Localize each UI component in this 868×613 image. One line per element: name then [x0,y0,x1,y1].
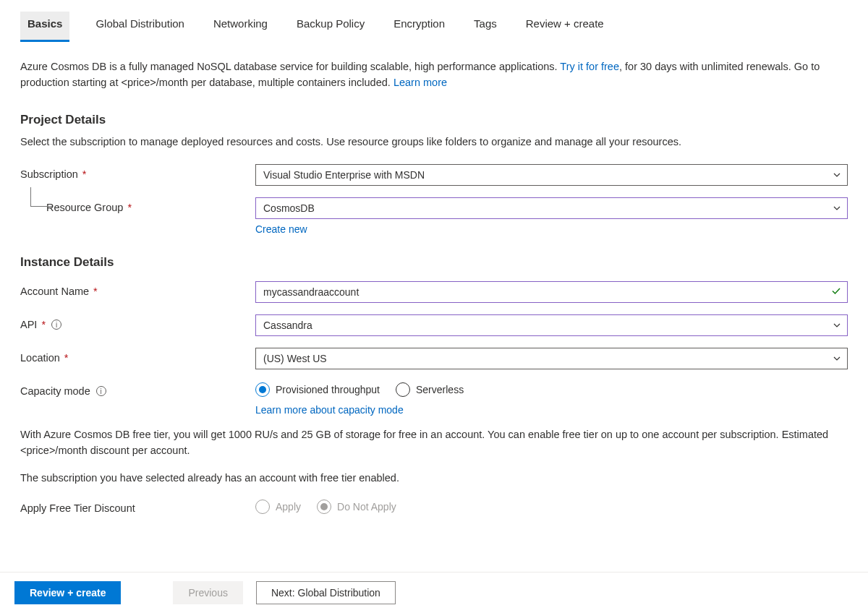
location-value: (US) West US [263,353,327,364]
try-for-free-link[interactable]: Try it for free [560,61,619,72]
learn-more-link[interactable]: Learn more [393,77,447,88]
info-icon[interactable]: i [51,320,61,330]
radio-label: Provisioned throughput [276,384,380,395]
radio-label: Apply [276,501,301,513]
subscription-label-text: Subscription [20,168,78,180]
subscription-select[interactable]: Visual Studio Enterprise with MSDN [255,164,848,186]
resource-group-label: Resource Group * [46,197,255,213]
free-tier-text-1: With Azure Cosmos DB free tier, you will… [20,427,848,459]
capacity-mode-label: Capacity mode i [20,381,255,397]
location-select[interactable]: (US) West US [255,348,848,369]
account-name-label: Account Name * [20,281,255,297]
instance-details-header: Instance Details [20,255,848,270]
location-label-text: Location [20,352,60,364]
tab-encryption[interactable]: Encryption [391,12,448,42]
api-row: API * i Cassandra [20,314,848,336]
radio-icon [255,382,270,397]
radio-apply: Apply [255,500,301,514]
required-indicator: * [82,168,87,180]
account-name-row: Account Name * mycassandraaccount [20,281,848,303]
radio-label: Serverless [416,384,464,395]
subscription-label: Subscription * [20,164,255,180]
capacity-mode-row: Capacity mode i Provisioned throughput S… [20,381,848,416]
required-indicator: * [127,202,132,213]
capacity-mode-label-text: Capacity mode [20,385,90,397]
free-tier-text-2: The subscription you have selected alrea… [20,471,848,486]
tabs-bar: Basics Global Distribution Networking Ba… [20,12,848,42]
radio-icon [396,382,410,397]
next-button[interactable]: Next: Global Distribution [256,581,396,591]
tab-review-create[interactable]: Review + create [523,12,607,42]
intro-text: Azure Cosmos DB is a fully managed NoSQL… [20,59,848,91]
radio-do-not-apply: Do Not Apply [317,500,396,514]
info-icon[interactable]: i [96,386,106,396]
account-name-value: mycassandraaccount [263,286,359,298]
project-details-header: Project Details [20,113,848,127]
tab-global-distribution[interactable]: Global Distribution [93,12,187,42]
capacity-learn-more-link[interactable]: Learn more about capacity mode [255,404,404,416]
radio-label: Do Not Apply [337,501,396,513]
api-select[interactable]: Cassandra [255,314,848,336]
resource-group-select[interactable]: CosmosDB [255,197,848,219]
required-indicator: * [93,286,98,297]
required-indicator: * [64,352,69,364]
chevron-down-icon [833,171,841,179]
api-label-text: API [20,319,37,330]
checkmark-icon [831,286,841,299]
api-value: Cassandra [263,320,312,331]
tab-basics[interactable]: Basics [20,12,69,42]
location-row: Location * (US) West US [20,348,848,369]
radio-icon [255,500,270,514]
footer-bar: Review + create Previous Next: Global Di… [0,572,868,591]
previous-button: Previous [173,581,242,591]
api-label: API * i [20,314,255,330]
chevron-down-icon [833,204,841,213]
subscription-row: Subscription * Visual Studio Enterprise … [20,164,848,186]
tab-backup-policy[interactable]: Backup Policy [294,12,367,42]
resource-group-row: Resource Group * CosmosDB Create new [46,197,848,235]
radio-provisioned-throughput[interactable]: Provisioned throughput [255,382,380,397]
account-name-input[interactable]: mycassandraaccount [255,281,848,303]
location-label: Location * [20,348,255,364]
tab-tags[interactable]: Tags [471,12,500,42]
chevron-down-icon [833,321,841,330]
review-create-button[interactable]: Review + create [14,581,121,591]
free-tier-radio-group: Apply Do Not Apply [255,498,848,514]
radio-serverless[interactable]: Serverless [396,382,464,397]
required-indicator: * [41,319,46,330]
subscription-value: Visual Studio Enterprise with MSDN [263,169,425,181]
chevron-down-icon [833,354,841,363]
radio-icon [317,500,331,514]
free-tier-label-text: Apply Free Tier Discount [20,502,135,514]
account-name-label-text: Account Name [20,286,89,297]
resource-group-label-text: Resource Group [46,202,123,213]
intro-text-1: Azure Cosmos DB is a fully managed NoSQL… [20,61,560,72]
free-tier-row: Apply Free Tier Discount Apply Do Not Ap… [20,498,848,514]
capacity-mode-radio-group: Provisioned throughput Serverless [255,381,848,397]
project-details-desc: Select the subscription to manage deploy… [20,134,848,150]
tab-networking[interactable]: Networking [210,12,271,42]
create-new-link[interactable]: Create new [255,223,307,235]
free-tier-label: Apply Free Tier Discount [20,498,255,514]
resource-group-value: CosmosDB [263,202,315,214]
